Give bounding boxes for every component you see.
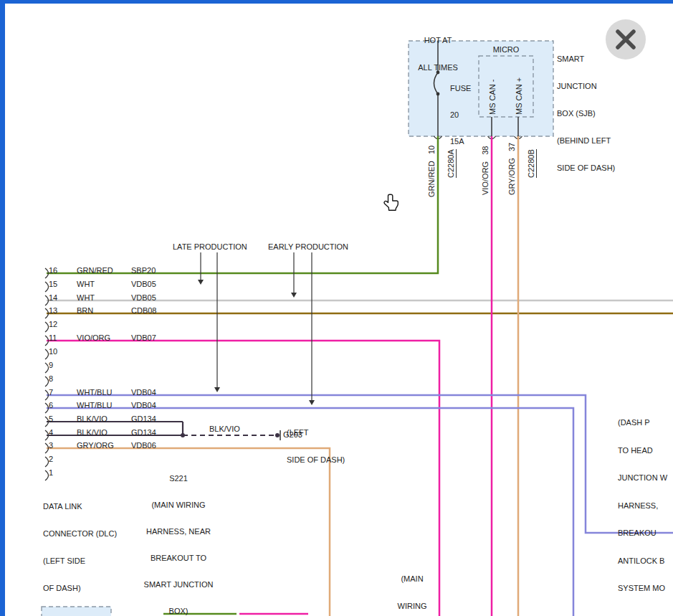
g203-label: G203 [283,430,302,439]
fuse-name: FUSE [450,84,471,93]
pin-number: 8 [49,374,53,383]
early-production-label: EARLY PRODUCTION [268,242,348,251]
splice-s221-line: BREAKOUT TO [140,554,217,563]
bottom-splice-label: (MAIN WIRING HARNESS, NEAR BREAKOUT TO C… [381,556,444,616]
arrowhead [291,293,297,298]
right-module-line: JUNCTION W [618,473,667,483]
g203-location-line: SIDE OF DASH) [287,455,345,465]
late-production-label: LATE PRODUCTION [173,242,247,251]
component-box-partial [42,607,111,616]
pin-wire-color: BLK/VIO [77,428,108,437]
pin-number: 16 [49,266,57,275]
pin-wire-color: BLK/VIO [77,414,108,423]
dlc-label-line: DATA LINK [43,501,117,511]
dlc-label-line: (LEFT SIDE [43,556,117,566]
wire-label-grn-red-10: GRN/RED 10 [427,146,436,197]
connector-label-c2280a: C2280A [447,149,457,178]
right-module-line: (DASH P [618,417,667,428]
splice-s221-line: S221 [140,474,217,483]
fuse-label: FUSE 20 15A [450,67,471,155]
pin-number: 4 [49,428,53,437]
right-module-line: HARNESS, [618,501,667,511]
fuse-rating: 15A [450,137,471,146]
pin-number: 11 [49,333,57,342]
right-module-line: SYSTEM MO [618,583,667,594]
pin-wire-color: VIO/ORG [77,333,110,342]
hand-pointer-cursor-icon [383,194,402,215]
pin-circuit: CDB08 [131,306,156,315]
splice-s221-line: HARNESS, NEAR [140,527,217,536]
pin-number: 14 [49,293,57,302]
pin-number: 5 [49,414,53,423]
pin-wire-color: WHT [77,280,95,288]
pin-wire-color: GRY/ORG [77,441,114,450]
pin-circuit: GD134 [131,414,156,423]
right-module-line: TO HEAD [618,445,667,456]
pin-wire-color: WHT/BLU [77,401,113,409]
pin-circuit: VDB07 [131,333,156,342]
right-module-line: BREAKOU [618,528,667,539]
micro-label: MICRO [479,45,533,54]
sjb-title-line: JUNCTION [557,81,615,91]
splice-s221-label: S221 (MAIN WIRING HARNESS, NEAR BREAKOUT… [140,457,217,616]
pin-number: 10 [49,347,57,356]
pin-circuit: VDB06 [131,441,156,450]
blk-vio-wire-label: BLK/VIO [209,425,240,433]
wire-label-vio-org-38: VIO/ORG 38 [481,146,490,195]
pin-number: 13 [49,306,57,315]
right-module-label: (DASH P TO HEAD JUNCTION W HARNESS, BREA… [618,400,667,602]
pin-number: 6 [49,401,53,409]
pin-wire-color: GRN/RED [77,266,113,275]
wire-gry-org-vdb06 [47,136,518,616]
bottom-splice-line: WIRING [381,601,444,611]
dlc-label-line: CONNECTOR (DLC) [43,529,117,539]
wiring-diagram-page: { "palette": { "window_border": "#1b64d4… [0,0,673,616]
arrowhead [214,387,220,392]
pin-circuit: VDB05 [131,280,156,288]
sjb-title-line: BOX (SJB) [557,108,615,118]
pin-circuit: SBP20 [131,266,156,275]
splice-s221-line: BOX) [140,607,217,616]
close-icon [606,19,646,60]
splice-s221-line: (MAIN WIRING [140,501,217,510]
pin-circuit: VDB05 [131,293,156,302]
dlc-label: DATA LINK CONNECTOR (DLC) (LEFT SIDE OF … [43,484,117,602]
connector-label-c2280b: C2280B [527,149,537,178]
wire-label-gry-org-37: GRY/ORG 37 [507,143,517,195]
arrowhead [309,400,315,405]
pin-circuit: VDB04 [131,401,156,409]
sjb-title-line: (BEHIND LEFT [557,136,615,146]
g203-location-label: (LEFT SIDE OF DASH) [287,410,345,473]
pin-wire-color: BRN [77,306,93,315]
ms-can-minus-label: MS CAN - [488,80,497,115]
pin-number: 15 [49,280,57,288]
ms-can-plus-label: MS CAN + [515,77,524,115]
hot-at-line: HOT AT [412,35,464,45]
pin-wire-color: WHT [77,293,95,302]
fuse-number: 20 [450,110,471,120]
pin-circuit: GD134 [131,428,156,437]
pin-wire-color: WHT/BLU [77,388,113,397]
dlc-label-line: OF DASH) [43,583,117,593]
pin-circuit: VDB04 [131,388,156,397]
pin-number: 2 [49,455,53,463]
production-arrows [198,252,315,405]
wire-grn-red-sbp20 [47,136,438,273]
pin-number: 1 [49,468,53,477]
ground-g203-dot [275,433,280,437]
arrowhead [198,280,204,285]
right-module-line: ANTILOCK B [618,556,667,567]
pin-number: 9 [49,361,53,369]
pin-number: 7 [49,388,53,397]
splice-s221-line: SMART JUNCTION [140,580,217,589]
pin-number: 12 [49,320,57,328]
bottom-splice-line: (MAIN [381,574,444,584]
close-button[interactable] [606,19,646,60]
pin-number: 3 [49,441,53,450]
sjb-title-line: SIDE OF DASH) [557,163,615,173]
